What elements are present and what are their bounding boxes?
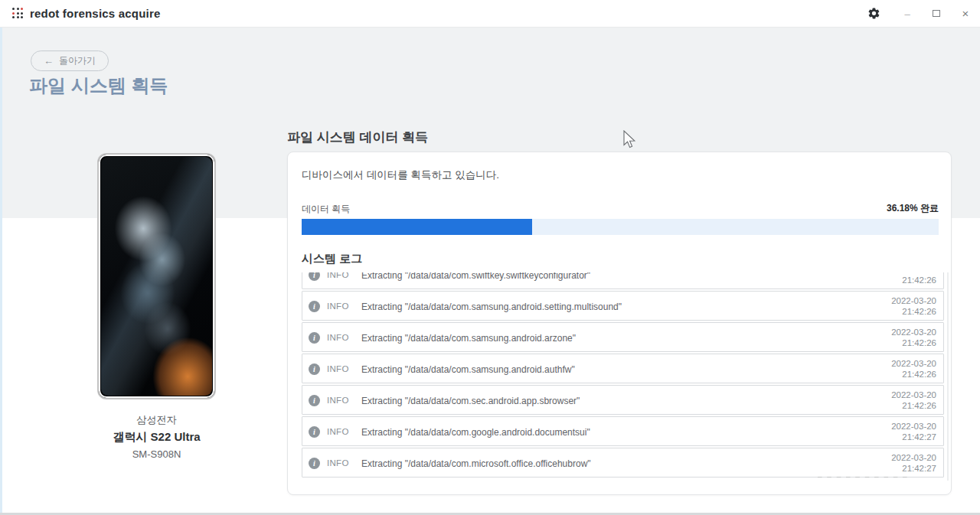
log-message: Extracting "/data/data/com.samsung.andro… <box>361 302 622 312</box>
info-icon: i <box>309 426 320 438</box>
log-row: i INFO Extracting "/data/data/com.swiftk… <box>302 272 944 289</box>
progress-bar <box>302 219 939 235</box>
device-image <box>97 153 216 399</box>
device-power-button <box>214 275 216 288</box>
info-icon: i <box>309 395 320 406</box>
log-row: i INFO Extracting "/data/data/com.samsun… <box>302 354 944 383</box>
redot-logo-icon <box>12 8 24 19</box>
log-message: Extracting "/data/data/com.sec.android.a… <box>361 396 580 406</box>
page-title: 파일 시스템 획득 <box>29 73 168 98</box>
device-model: 갤럭시 S22 Ultra <box>74 430 239 445</box>
device-wallpaper <box>101 157 212 396</box>
log-timestamp: 2022-03-2021:42:26 <box>891 295 936 317</box>
device-maker: 삼성전자 <box>74 413 239 427</box>
info-icon: i <box>309 363 320 375</box>
device-model-code: SM-S908N <box>74 448 239 460</box>
maximize-icon <box>933 10 940 17</box>
log-timestamp: 2022-03-2021:42:26 <box>891 327 936 348</box>
app-brand: redot forensics acquire <box>12 7 161 20</box>
log-row: i INFO Extracting "/data/data/com.samsun… <box>302 291 944 321</box>
info-icon: i <box>309 301 320 312</box>
log-timestamp: 2022-03-2021:42:27 <box>891 421 936 442</box>
log-timestamp: 2022-03-2021:42:26 <box>891 358 936 380</box>
window-left-edge <box>0 28 2 513</box>
window-controls: _ × <box>859 0 980 28</box>
log-message: Extracting "/data/data/com.microsoft.off… <box>361 458 591 469</box>
info-icon: i <box>309 458 320 469</box>
log-level: INFO <box>327 302 349 311</box>
log-message: Extracting "/data/data/com.samsung.andro… <box>361 333 576 344</box>
back-button-label: 돌아가기 <box>59 54 96 67</box>
log-section-title: 시스템 로그 <box>302 252 362 266</box>
log-row: i INFO Extracting "/data/data/com.sec.an… <box>302 385 944 415</box>
progress-label: 데이터 획득 <box>302 203 350 216</box>
info-icon: i <box>309 332 320 344</box>
log-level: INFO <box>327 427 349 436</box>
log-timestamp: 2022-03-2021:42:26 <box>891 272 936 285</box>
app-window: redot forensics acquire _ × ← 돌아가기 파일 시스… <box>0 0 980 515</box>
section-title: 파일 시스템 데이터 획득 <box>287 129 428 146</box>
log-row: i INFO Extracting "/data/data/com.google… <box>302 416 944 446</box>
log-message: Extracting "/data/data/com.swiftkey.swif… <box>361 272 590 281</box>
log-level: INFO <box>327 458 349 468</box>
status-message: 디바이스에서 데이터를 획득하고 있습니다. <box>302 168 499 182</box>
info-icon: i <box>309 272 320 281</box>
log-level: INFO <box>327 272 349 279</box>
log-message: Extracting "/data/data/com.google.androi… <box>361 427 590 438</box>
log-timestamp: 2022-03-2021:42:27 <box>891 452 936 474</box>
log-row: i INFO Extracting "/data/data/com.samsun… <box>302 322 944 352</box>
progress-fill <box>302 219 532 235</box>
log-scrollbar[interactable] <box>947 272 949 481</box>
device-info: 삼성전자 갤럭시 S22 Ultra SM-S908N <box>74 413 239 460</box>
mouse-cursor-icon <box>622 130 637 152</box>
progress-percent: 36.18% 완료 <box>887 202 939 215</box>
settings-gear-icon[interactable] <box>859 0 888 28</box>
system-log-list[interactable]: i INFO Extracting "/data/data/com.swiftk… <box>302 272 944 481</box>
back-button[interactable]: ← 돌아가기 <box>31 51 109 71</box>
watermark: ‒ ‒ ‒ ‒ ‒ ‒ ‒ ‒ ‒ ‒ <box>818 472 936 481</box>
minimize-button[interactable]: _ <box>893 0 922 28</box>
log-level: INFO <box>327 364 349 373</box>
device-volume-button <box>214 246 216 266</box>
log-level: INFO <box>327 396 349 405</box>
titlebar: redot forensics acquire _ × <box>0 0 980 28</box>
log-message: Extracting "/data/data/com.samsung.andro… <box>361 364 575 375</box>
acquisition-card: 디바이스에서 데이터를 획득하고 있습니다. 데이터 획득 36.18% 완료 … <box>287 152 952 495</box>
log-timestamp: 2022-03-2021:42:26 <box>891 390 936 411</box>
back-arrow-icon: ← <box>44 55 54 67</box>
log-level: INFO <box>327 333 349 342</box>
close-button[interactable]: × <box>951 0 980 28</box>
app-title: redot forensics acquire <box>30 7 161 20</box>
maximize-button[interactable] <box>922 0 951 28</box>
